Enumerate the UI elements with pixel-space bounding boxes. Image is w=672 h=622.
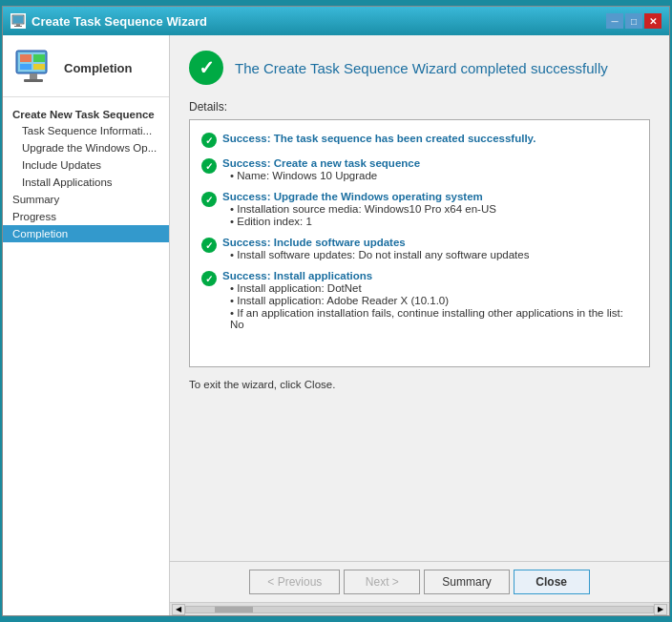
detail-item-1: Success: The task sequence has been crea… bbox=[201, 132, 638, 148]
detail-item-1-content: Success: The task sequence has been crea… bbox=[222, 132, 638, 145]
success-icon-5 bbox=[201, 271, 217, 286]
sidebar-item-completion[interactable]: Completion bbox=[3, 225, 169, 242]
main-body: The Create Task Sequence Wizard complete… bbox=[170, 35, 669, 561]
success-icon-3 bbox=[201, 192, 217, 207]
main-content: The Create Task Sequence Wizard complete… bbox=[170, 35, 669, 615]
scrollbar-track[interactable] bbox=[185, 606, 654, 613]
window-title: Create Task Sequence Wizard bbox=[32, 14, 207, 29]
success-icon-2 bbox=[201, 158, 217, 174]
detail-3-sub-1: Installation source media: Windows10 Pro… bbox=[230, 203, 638, 215]
svg-rect-9 bbox=[33, 64, 45, 70]
next-button[interactable]: Next > bbox=[344, 570, 420, 594]
scrollbar-thumb[interactable] bbox=[215, 607, 253, 612]
scroll-left-arrow[interactable]: ◀ bbox=[172, 604, 185, 615]
sidebar-item-task-sequence-information[interactable]: Task Sequence Informati... bbox=[3, 122, 169, 139]
details-label: Details: bbox=[189, 100, 650, 114]
detail-5-sub-2: Install application: Adobe Reader X (10.… bbox=[230, 295, 638, 306]
window-icon bbox=[10, 13, 26, 29]
sidebar: Completion Create New Task Sequence Task… bbox=[3, 35, 170, 615]
detail-2-text: Success: Create a new task sequence bbox=[222, 157, 638, 169]
svg-rect-6 bbox=[20, 54, 32, 62]
svg-rect-10 bbox=[30, 73, 37, 79]
sidebar-item-upgrade-windows[interactable]: Upgrade the Windows Op... bbox=[3, 139, 169, 156]
detail-item-2-content: Success: Create a new task sequence Name… bbox=[222, 157, 638, 181]
success-icon-1 bbox=[201, 133, 217, 148]
detail-2-sub-1: Name: Windows 10 Upgrade bbox=[230, 170, 638, 181]
detail-item-3: Success: Upgrade the Windows operating s… bbox=[201, 191, 638, 227]
completion-title: The Create Task Sequence Wizard complete… bbox=[235, 60, 608, 76]
footer: < Previous Next > Summary Close bbox=[170, 561, 669, 602]
detail-item-2: Success: Create a new task sequence Name… bbox=[201, 157, 638, 181]
sidebar-item-include-updates[interactable]: Include Updates bbox=[3, 156, 169, 174]
wizard-window: Create Task Sequence Wizard ─ □ ✕ bbox=[2, 6, 670, 616]
svg-rect-7 bbox=[33, 54, 45, 62]
success-icon-4 bbox=[201, 238, 217, 253]
svg-rect-2 bbox=[16, 24, 20, 26]
svg-rect-3 bbox=[14, 26, 22, 27]
sidebar-nav: Create New Task Sequence Task Sequence I… bbox=[3, 97, 169, 615]
scroll-right-arrow[interactable]: ▶ bbox=[654, 604, 667, 615]
detail-item-5: Success: Install applications Install ap… bbox=[201, 270, 638, 330]
sidebar-item-summary[interactable]: Summary bbox=[3, 191, 169, 208]
sidebar-item-progress[interactable]: Progress bbox=[3, 208, 169, 225]
previous-button[interactable]: < Previous bbox=[249, 570, 340, 594]
sidebar-header: Completion bbox=[3, 35, 169, 97]
sidebar-completion-label: Completion bbox=[64, 61, 133, 75]
close-button[interactable]: Close bbox=[514, 570, 590, 594]
minimize-button[interactable]: ─ bbox=[606, 13, 623, 29]
detail-3-sub-2: Edition index: 1 bbox=[230, 216, 638, 227]
maximize-button[interactable]: □ bbox=[625, 13, 642, 29]
close-window-button[interactable]: ✕ bbox=[644, 13, 662, 29]
svg-rect-11 bbox=[24, 79, 43, 82]
detail-item-5-content: Success: Install applications Install ap… bbox=[222, 270, 638, 330]
details-box: Success: The task sequence has been crea… bbox=[189, 119, 650, 367]
sidebar-item-install-applications[interactable]: Install Applications bbox=[3, 174, 169, 191]
detail-3-text: Success: Upgrade the Windows operating s… bbox=[222, 191, 638, 202]
completion-header: The Create Task Sequence Wizard complete… bbox=[189, 51, 650, 85]
detail-item-3-content: Success: Upgrade the Windows operating s… bbox=[222, 191, 638, 227]
title-left: Create Task Sequence Wizard bbox=[10, 13, 207, 29]
detail-4-sub-1: Install software updates: Do not install… bbox=[230, 249, 638, 260]
sidebar-section-create: Create New Task Sequence bbox=[3, 105, 169, 122]
exit-text: To exit the wizard, click Close. bbox=[189, 379, 650, 390]
svg-rect-8 bbox=[20, 64, 32, 70]
title-bar: Create Task Sequence Wizard ─ □ ✕ bbox=[3, 7, 669, 35]
detail-4-text: Success: Include software updates bbox=[222, 237, 638, 248]
summary-button[interactable]: Summary bbox=[424, 570, 509, 594]
detail-5-sub-3: If an application installation fails, co… bbox=[230, 307, 638, 330]
success-icon-large bbox=[189, 51, 223, 85]
detail-5-sub-1: Install application: DotNet bbox=[230, 282, 638, 294]
content-area: Completion Create New Task Sequence Task… bbox=[3, 35, 669, 615]
bottom-scrollbar[interactable]: ◀ ▶ bbox=[170, 602, 669, 615]
detail-item-4: Success: Include software updates Instal… bbox=[201, 237, 638, 260]
svg-rect-1 bbox=[13, 16, 23, 23]
detail-5-text: Success: Install applications bbox=[222, 270, 638, 281]
detail-1-text: Success: The task sequence has been crea… bbox=[222, 133, 536, 144]
detail-item-4-content: Success: Include software updates Instal… bbox=[222, 237, 638, 260]
computer-icon bbox=[12, 47, 54, 89]
window-controls: ─ □ ✕ bbox=[606, 13, 662, 29]
